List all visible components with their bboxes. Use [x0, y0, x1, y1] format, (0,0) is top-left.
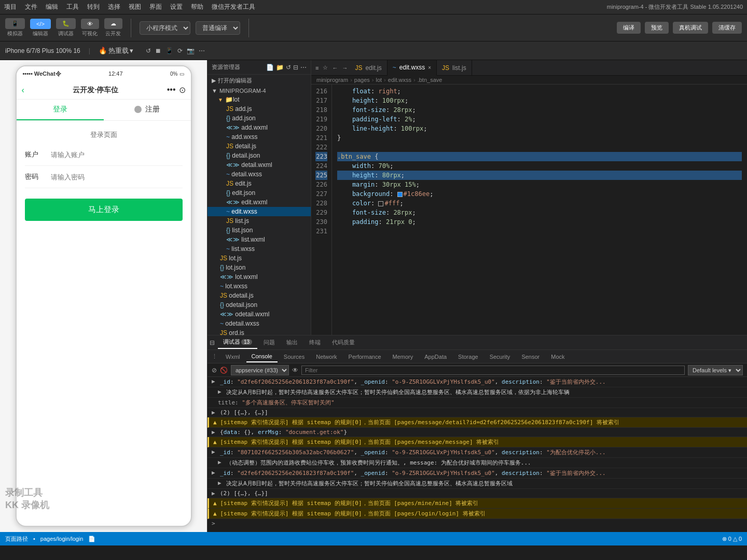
- mobile-icon[interactable]: 📱: [165, 47, 173, 54]
- file-edit-wxml[interactable]: ≪≫ edit.wxml: [208, 198, 311, 207]
- inner-tab-sources[interactable]: Sources: [279, 352, 310, 362]
- menu-item-file[interactable]: 文件: [25, 3, 37, 11]
- compile-select[interactable]: 普通编译: [196, 21, 240, 35]
- inner-tab-network[interactable]: Network: [311, 352, 342, 362]
- menu-item-view[interactable]: 视图: [129, 3, 141, 11]
- inner-tab-performance[interactable]: Performance: [343, 352, 386, 362]
- file-odetail-wxss[interactable]: ~ odetail.wxss: [208, 319, 311, 328]
- color-swatch-color[interactable]: [378, 201, 383, 206]
- more-icon[interactable]: ⋯: [199, 47, 205, 54]
- expand-icon-4[interactable]: ▶: [212, 449, 217, 455]
- menu-item-goto[interactable]: 转到: [87, 3, 100, 11]
- tab-edit-js[interactable]: JS edit.js: [350, 60, 387, 76]
- editor-button[interactable]: </>: [30, 19, 51, 29]
- hotfix-button[interactable]: 🔥 热重载 ▾: [99, 46, 133, 55]
- more-tree-icon[interactable]: ⋯: [300, 64, 307, 71]
- devtools-tab-issues[interactable]: 问题: [258, 337, 280, 348]
- bookmark-icon[interactable]: ☆: [321, 64, 330, 71]
- expand-icon-2[interactable]: ▶: [212, 409, 217, 416]
- account-input[interactable]: [51, 151, 183, 159]
- file-edit-js[interactable]: JS edit.js: [208, 179, 311, 188]
- stop-icon[interactable]: ⏹: [155, 47, 161, 54]
- file-lot-wxss[interactable]: ~ lot.wxss: [208, 282, 311, 291]
- split-view-icon[interactable]: ≡: [313, 65, 321, 71]
- console-input[interactable]: [218, 520, 743, 527]
- nav-more-button[interactable]: ••• ⊙: [167, 85, 186, 95]
- login-button[interactable]: 马上登录: [25, 199, 183, 221]
- file-add-js[interactable]: JS add.js: [208, 104, 311, 114]
- register-tab[interactable]: 注册: [104, 100, 191, 120]
- password-input[interactable]: [51, 173, 183, 181]
- file-lot-wxml[interactable]: ≪≫ lot.wxml: [208, 272, 311, 282]
- file-odetail-js[interactable]: JS odetail.js: [208, 291, 311, 300]
- tab-edit-wxss[interactable]: ~ edit.wxss ×: [388, 60, 437, 76]
- inner-tab-mock[interactable]: Mock: [546, 352, 570, 362]
- forward-icon[interactable]: →: [340, 65, 350, 71]
- code-editor[interactable]: 216217218219220 221222223 224225226 2272…: [311, 85, 747, 335]
- login-tab[interactable]: 登录: [17, 100, 104, 120]
- close-tab-icon[interactable]: ×: [428, 65, 431, 71]
- menu-item-settings[interactable]: 设置: [170, 3, 183, 11]
- inner-tab-sensor[interactable]: Sensor: [516, 352, 545, 362]
- file-detail-wxss[interactable]: ~ detail.wxss: [208, 170, 311, 179]
- real-machine-button[interactable]: 真机调试: [673, 22, 708, 34]
- inner-tab-memory[interactable]: Memory: [388, 352, 419, 362]
- simulator-button[interactable]: 📱: [5, 18, 25, 29]
- color-swatch-bg[interactable]: [397, 192, 403, 197]
- inner-tab-appdata[interactable]: AppData: [419, 352, 452, 362]
- page-path-icon[interactable]: 📄: [88, 536, 95, 542]
- file-detail-js[interactable]: JS detail.js: [208, 142, 311, 151]
- devtools-tab-terminal[interactable]: 终端: [304, 337, 326, 348]
- expand-icon-sub-3[interactable]: ▶: [218, 480, 223, 486]
- menu-bar[interactable]: 项目 文件 编辑 工具 转到 选择 视图 界面 设置 帮助 微信开发者工具 mi…: [0, 0, 747, 15]
- file-detail-wxml[interactable]: ≪≫ detail.wxml: [208, 160, 311, 170]
- compile-button[interactable]: 编译: [617, 22, 641, 34]
- expand-icon-sub-1[interactable]: ▶: [218, 388, 223, 395]
- expand-icon-3[interactable]: ▶: [212, 429, 217, 436]
- expand-icon-5[interactable]: ▶: [212, 469, 217, 476]
- inner-tab-security[interactable]: Security: [485, 352, 516, 362]
- file-lot-js[interactable]: JS lot.js: [208, 254, 311, 263]
- menu-item-interface[interactable]: 界面: [149, 3, 162, 11]
- menu-item-edit[interactable]: 编辑: [46, 3, 58, 11]
- new-folder-icon[interactable]: 📁: [276, 64, 284, 71]
- devtools-dots-icon[interactable]: ⋮: [210, 352, 219, 361]
- inner-tab-storage[interactable]: Storage: [453, 352, 483, 362]
- eye-filter-icon[interactable]: 👁: [292, 367, 298, 374]
- file-add-wxss[interactable]: ~ add.wxss: [208, 132, 311, 142]
- file-detail-json[interactable]: {} detail.json: [208, 151, 311, 160]
- filter-input[interactable]: [301, 366, 685, 375]
- file-add-json[interactable]: {} add.json: [208, 114, 311, 123]
- devtools-tab-output[interactable]: 输出: [281, 337, 303, 348]
- file-ord-js[interactable]: JS ord.js: [208, 328, 311, 335]
- file-edit-wxss[interactable]: ~ edit.wxss: [208, 207, 311, 216]
- file-list-wxss[interactable]: ~ list.wxss: [208, 244, 311, 254]
- menu-item-wechat[interactable]: 微信开发者工具: [212, 3, 255, 11]
- file-odetail-wxml[interactable]: ≪≫ odetail.wxml: [208, 310, 311, 319]
- mode-select[interactable]: 小程序模式: [140, 21, 190, 35]
- levels-select[interactable]: Default levels ▾: [688, 365, 743, 375]
- file-lot-json[interactable]: {} lot.json: [208, 263, 311, 272]
- expand-icon-1[interactable]: ▶: [212, 378, 217, 385]
- devtools-icon[interactable]: ⊟: [210, 339, 215, 346]
- file-list-js[interactable]: JS list.js: [208, 216, 311, 226]
- project-label[interactable]: ▼ MINIPROGRAM-4: [208, 86, 311, 95]
- devtools-tab-quality[interactable]: 代码质量: [327, 337, 360, 348]
- refresh-icon[interactable]: ↺: [146, 47, 151, 54]
- rotate-icon[interactable]: ⟳: [177, 47, 183, 54]
- menu-item-project[interactable]: 项目: [4, 3, 17, 11]
- menu-item-help[interactable]: 帮助: [191, 3, 203, 11]
- refresh-tree-icon[interactable]: ↺: [286, 64, 291, 71]
- screenshot-icon[interactable]: 📷: [187, 47, 195, 54]
- cloud-button[interactable]: ☁: [104, 18, 122, 29]
- menu-item-select[interactable]: 选择: [108, 3, 120, 11]
- clear-cache-button[interactable]: 清缓存: [712, 22, 742, 34]
- clear-console-icon[interactable]: 🚫: [220, 367, 228, 374]
- inner-tab-console[interactable]: Console: [246, 351, 278, 362]
- open-editors-label[interactable]: ▶ 打开的编辑器: [208, 75, 311, 86]
- expand-icon-sub-2[interactable]: ▶: [218, 459, 223, 466]
- menu-item-tool[interactable]: 工具: [66, 3, 79, 11]
- tab-list-js[interactable]: JS list.js: [437, 60, 472, 76]
- file-edit-json[interactable]: {} edit.json: [208, 188, 311, 198]
- file-add-wxml[interactable]: ≪≫ add.wxml: [208, 123, 311, 132]
